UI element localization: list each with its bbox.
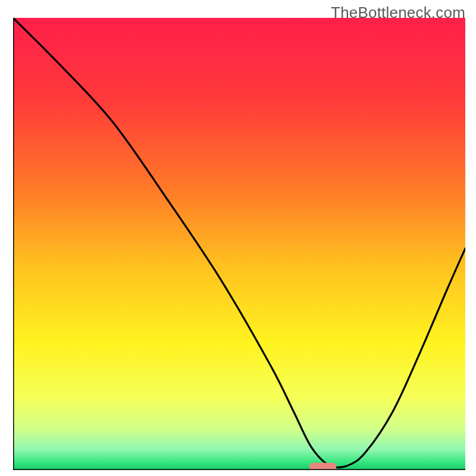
optimal-marker (309, 463, 337, 470)
chart-area (13, 18, 465, 470)
chart-root: TheBottleneck.com (0, 0, 476, 476)
bottleneck-chart-svg (13, 18, 465, 470)
